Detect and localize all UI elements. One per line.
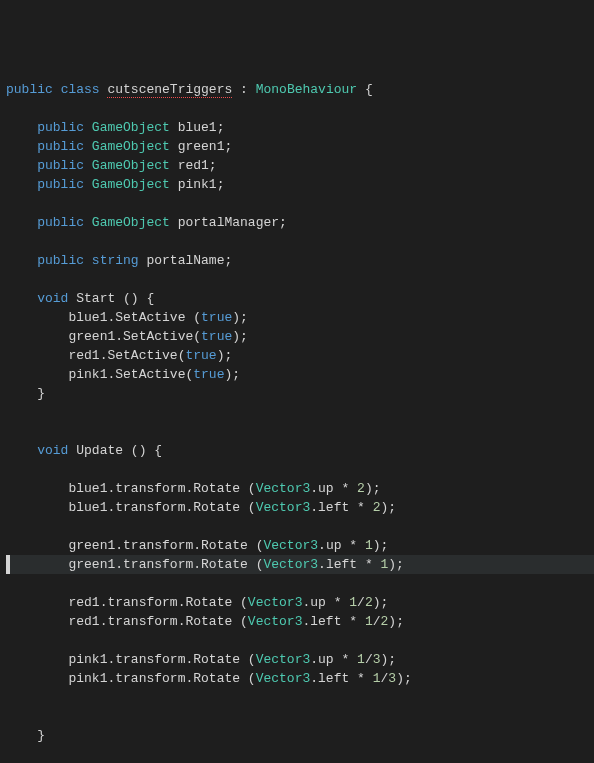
code-line[interactable]: void Update () {: [6, 441, 594, 460]
spellcheck-underline: cutsceneTriggers: [107, 82, 232, 98]
code-line[interactable]: [6, 745, 594, 763]
code-line[interactable]: public GameObject portalManager;: [6, 213, 594, 232]
code-line[interactable]: }: [6, 726, 594, 745]
code-line[interactable]: [6, 517, 594, 536]
code-line[interactable]: public GameObject blue1;: [6, 118, 594, 137]
code-line[interactable]: [6, 688, 594, 707]
gutter-marker-icon: [6, 555, 10, 574]
code-line[interactable]: green1.SetActive(true);: [6, 327, 594, 346]
code-line[interactable]: [6, 422, 594, 441]
code-line[interactable]: pink1.SetActive(true);: [6, 365, 594, 384]
keyword-class: class: [61, 82, 100, 97]
class-name: cutsceneTriggers: [107, 82, 232, 98]
code-line[interactable]: [6, 631, 594, 650]
code-line[interactable]: red1.SetActive(true);: [6, 346, 594, 365]
code-line[interactable]: [6, 707, 594, 726]
code-line[interactable]: red1.transform.Rotate (Vector3.left * 1/…: [6, 612, 594, 631]
code-line[interactable]: public string portalName;: [6, 251, 594, 270]
code-line[interactable]: blue1.transform.Rotate (Vector3.up * 2);: [6, 479, 594, 498]
code-line[interactable]: public GameObject pink1;: [6, 175, 594, 194]
code-line[interactable]: [6, 574, 594, 593]
code-line[interactable]: [6, 232, 594, 251]
code-line[interactable]: void Start () {: [6, 289, 594, 308]
code-line[interactable]: }: [6, 384, 594, 403]
code-line[interactable]: green1.transform.Rotate (Vector3.up * 1)…: [6, 536, 594, 555]
code-line[interactable]: public class cutsceneTriggers : MonoBeha…: [6, 80, 594, 99]
code-line[interactable]: public GameObject red1;: [6, 156, 594, 175]
code-editor[interactable]: public class cutsceneTriggers : MonoBeha…: [6, 80, 594, 763]
code-line[interactable]: pink1.transform.Rotate (Vector3.left * 1…: [6, 669, 594, 688]
code-line[interactable]: blue1.transform.Rotate (Vector3.left * 2…: [6, 498, 594, 517]
code-line[interactable]: [6, 403, 594, 422]
code-line[interactable]: public GameObject green1;: [6, 137, 594, 156]
base-class: MonoBehaviour: [256, 82, 357, 97]
code-line[interactable]: blue1.SetActive (true);: [6, 308, 594, 327]
code-line[interactable]: [6, 270, 594, 289]
code-line[interactable]: [6, 99, 594, 118]
code-line[interactable]: [6, 194, 594, 213]
code-line[interactable]: pink1.transform.Rotate (Vector3.up * 1/3…: [6, 650, 594, 669]
code-line-highlighted[interactable]: green1.transform.Rotate (Vector3.left * …: [6, 555, 594, 574]
keyword-public: public: [6, 82, 53, 97]
code-line[interactable]: [6, 460, 594, 479]
code-line[interactable]: red1.transform.Rotate (Vector3.up * 1/2)…: [6, 593, 594, 612]
